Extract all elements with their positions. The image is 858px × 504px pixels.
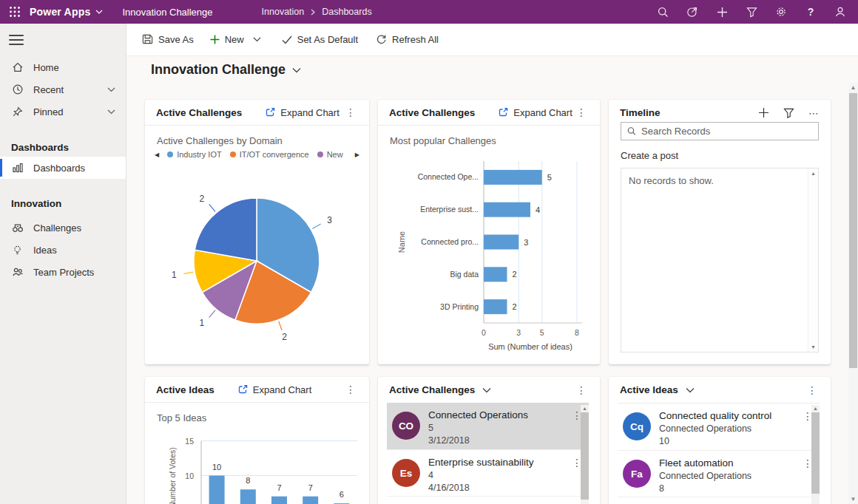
item-votes: 4 xyxy=(428,469,570,482)
item-subtitle: Connected Operations xyxy=(659,470,800,483)
sidebar-group-innovation: Innovation xyxy=(11,198,61,209)
chart-legend: ◀ Industry IOT IT/OT convergence New ▶ xyxy=(155,150,359,159)
breadcrumb-parent[interactable]: Innovation xyxy=(262,7,305,17)
legend-item: IT/OT convergence xyxy=(230,150,309,159)
legend-prev-icon[interactable]: ◀ xyxy=(155,151,159,158)
svg-text:Big data: Big data xyxy=(450,270,479,279)
list-selector-chevron-icon[interactable] xyxy=(686,387,695,393)
app-name[interactable]: Power Apps xyxy=(30,6,90,18)
card-menu-icon[interactable]: ⋮ xyxy=(574,107,589,118)
waffle-menu-icon[interactable] xyxy=(0,0,30,24)
breadcrumb: Innovation Dashboards xyxy=(262,7,372,17)
add-post-icon[interactable] xyxy=(758,107,769,118)
save-as-button[interactable]: Save As xyxy=(134,28,202,52)
sidebar-item-recent[interactable]: Recent xyxy=(0,78,126,101)
list-scrollbar[interactable]: ▲ xyxy=(581,405,589,504)
timeline-scrollbar[interactable]: ▲▼ xyxy=(808,168,818,352)
card-title: Active Challenges xyxy=(389,384,475,395)
scroll-up-icon[interactable]: ▲ xyxy=(811,406,820,411)
app-switcher-chevron-icon[interactable] xyxy=(95,10,103,14)
item-votes: 10 xyxy=(659,435,800,448)
legend-dot xyxy=(230,151,236,157)
svg-text:15: 15 xyxy=(185,437,194,446)
sidebar-item-pinned[interactable]: Pinned xyxy=(0,101,126,123)
item-title: Connected quality control xyxy=(659,409,800,423)
sidebar-item-home[interactable]: Home xyxy=(0,56,126,78)
expand-chart-button[interactable]: Expand Chart xyxy=(265,107,340,118)
list-item[interactable]: Cp Connected products xyxy=(387,496,589,504)
scroll-down-icon[interactable]: ▼ xyxy=(811,344,816,350)
breadcrumb-current[interactable]: Dashboards xyxy=(322,7,371,17)
help-icon[interactable]: ? xyxy=(796,0,825,24)
sidebar-group-dashboards: Dashboards xyxy=(11,142,69,153)
account-icon[interactable] xyxy=(825,0,855,24)
legend-next-icon[interactable]: ▶ xyxy=(355,151,359,158)
page-scrollbar[interactable]: ▲ ▼ xyxy=(848,83,858,504)
search-icon[interactable] xyxy=(648,0,678,24)
compass-icon[interactable] xyxy=(678,0,707,24)
list-item[interactable]: Cq Connected quality control Connected O… xyxy=(618,403,820,450)
expand-chart-icon xyxy=(237,384,248,395)
binoculars-icon xyxy=(11,222,24,234)
svg-text:2: 2 xyxy=(282,332,287,342)
hamburger-menu-icon[interactable] xyxy=(9,33,24,47)
list-scrollbar[interactable]: ▲ xyxy=(811,405,820,504)
sidebar-item-team-projects[interactable]: Team Projects xyxy=(0,261,126,283)
chart-title: Most popular Challenges xyxy=(390,135,588,146)
scroll-down-icon[interactable]: ▼ xyxy=(848,496,858,503)
create-post-button[interactable]: Create a post xyxy=(621,150,678,161)
refresh-all-button[interactable]: Refresh All xyxy=(368,28,447,52)
search-records-input[interactable] xyxy=(641,126,812,137)
list-item[interactable]: CO Connected Operations 5 3/12/2018 ⋮ xyxy=(387,403,589,449)
scroll-thumb[interactable] xyxy=(581,412,589,500)
new-button[interactable]: New xyxy=(202,28,269,52)
sidebar-item-ideas[interactable]: Ideas xyxy=(0,239,126,261)
card-title: Active Ideas xyxy=(620,384,678,395)
item-title: Connected Operations xyxy=(428,409,570,422)
people-icon xyxy=(11,266,24,278)
bar-chart-vertical: 1510108776Sum (Number of Votes) xyxy=(145,436,367,504)
pinned-expand-chevron-icon[interactable] xyxy=(107,109,115,115)
expand-chart-button[interactable]: Expand Chart xyxy=(237,384,312,395)
card-active-challenges-pie: Active Challenges Expand Chart ⋮ Active … xyxy=(145,100,369,364)
plus-icon[interactable] xyxy=(707,0,737,24)
card-menu-icon[interactable]: ⋮ xyxy=(574,385,589,395)
card-menu-icon[interactable]: ⋮ xyxy=(805,385,820,395)
new-dropdown-chevron-icon[interactable] xyxy=(253,37,261,42)
scroll-thumb[interactable] xyxy=(849,93,857,368)
topbar-actions: ? xyxy=(648,0,858,24)
card-menu-icon[interactable]: ⋮ xyxy=(343,384,358,395)
sidebar-item-dashboards[interactable]: Dashboards xyxy=(0,157,126,179)
list-item[interactable]: Es Enterprise sustainability 4 4/16/2018… xyxy=(387,449,589,496)
app-title[interactable]: Innovation Challenge xyxy=(122,7,212,18)
checkmark-icon xyxy=(282,35,292,44)
list-item[interactable]: Fa Fleet automation Connected Operations… xyxy=(618,450,820,497)
empty-message: No records to show. xyxy=(621,168,818,193)
filter-icon[interactable] xyxy=(783,108,794,118)
expand-chart-button[interactable]: Expand Chart xyxy=(498,107,572,118)
scroll-up-icon[interactable]: ▲ xyxy=(811,171,816,176)
recent-expand-chevron-icon[interactable] xyxy=(107,87,115,92)
list-item[interactable]: Ca Cloud automation xyxy=(618,497,820,504)
sidebar-item-challenges[interactable]: Challenges xyxy=(0,217,126,239)
dashboard-selector[interactable]: Innovation Challenge xyxy=(151,62,301,78)
svg-text:5: 5 xyxy=(540,328,544,337)
card-timeline: Timeline ⋯ Create a post No records to s… xyxy=(609,100,831,364)
scroll-thumb[interactable] xyxy=(811,412,820,494)
filter-icon[interactable] xyxy=(737,0,766,24)
list-selector-chevron-icon[interactable] xyxy=(482,387,491,393)
svg-text:5: 5 xyxy=(547,173,552,182)
lightbulb-icon xyxy=(11,245,24,256)
card-menu-icon[interactable]: ⋮ xyxy=(343,107,358,118)
card-title: Active Challenges xyxy=(389,107,475,118)
set-as-default-button[interactable]: Set As Default xyxy=(274,28,366,52)
legend-item: Industry IOT xyxy=(167,150,222,159)
avatar: CO xyxy=(392,412,420,440)
svg-text:2: 2 xyxy=(513,302,517,311)
card-title: Active Ideas xyxy=(156,384,214,395)
scroll-up-icon[interactable]: ▲ xyxy=(581,406,589,411)
timeline-menu-icon[interactable]: ⋯ xyxy=(808,107,820,119)
settings-gear-icon[interactable] xyxy=(766,0,796,24)
svg-text:4: 4 xyxy=(536,205,540,214)
scroll-up-icon[interactable]: ▲ xyxy=(848,84,858,91)
